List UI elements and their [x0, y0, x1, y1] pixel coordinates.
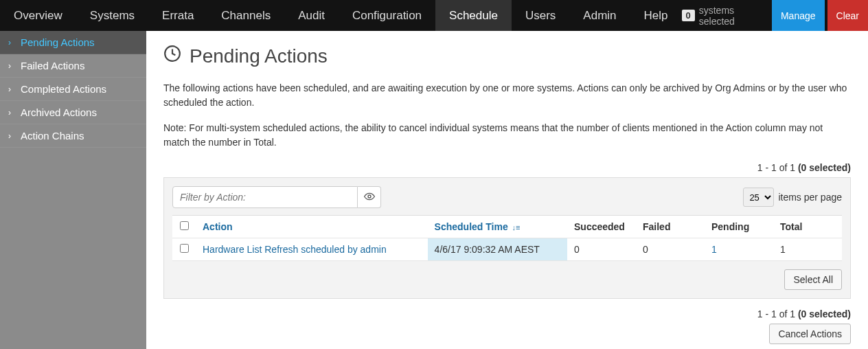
col-total: Total: [773, 216, 842, 238]
result-range: 1 - 1 of 1: [757, 162, 798, 173]
intro-paragraph-2: Note: For multi-system scheduled actions…: [163, 121, 851, 150]
nav-configuration[interactable]: Configuration: [339, 0, 435, 31]
nav-audit[interactable]: Audit: [284, 0, 339, 31]
select-all-checkbox[interactable]: [180, 221, 189, 230]
cell-failed: 0: [636, 238, 705, 261]
items-per-page-select[interactable]: 25: [743, 188, 774, 207]
sort-desc-icon: ↓≡: [512, 223, 521, 232]
result-summary-top: 1 - 1 of 1 (0 selected): [163, 162, 851, 173]
chevron-right-icon: ›: [8, 108, 15, 117]
col-scheduled-time[interactable]: Scheduled Time ↓≡: [428, 216, 567, 238]
result-selected: (0 selected): [798, 308, 851, 319]
sidebar-item-pending-actions[interactable]: › Pending Actions: [0, 31, 146, 54]
sidebar-item-label: Archived Actions: [21, 106, 97, 118]
page-title: Pending Actions: [163, 45, 851, 67]
filter-visibility-button[interactable]: [358, 186, 381, 208]
row-checkbox[interactable]: [180, 244, 189, 253]
manage-button[interactable]: Manage: [772, 0, 825, 31]
cell-total: 1: [773, 238, 842, 261]
nav-help[interactable]: Help: [630, 0, 682, 31]
chevron-right-icon: ›: [8, 131, 15, 141]
systems-selected-label: systems selected: [699, 5, 765, 27]
col-succeeded: Succeeded: [567, 216, 636, 238]
actions-table: Action Scheduled Time ↓≡ Succeeded Faile…: [172, 215, 842, 261]
chevron-right-icon: ›: [8, 61, 15, 71]
sidebar-item-failed-actions[interactable]: › Failed Actions: [0, 54, 146, 78]
pending-link[interactable]: 1: [711, 244, 717, 255]
col-action[interactable]: Action: [196, 216, 428, 238]
systems-selected-count: 0: [682, 10, 695, 21]
sidebar-item-action-chains[interactable]: › Action Chains: [0, 124, 146, 148]
table-row: Hardware List Refresh scheduled by admin…: [172, 238, 842, 261]
svg-point-1: [368, 195, 371, 198]
main-content: Pending Actions The following actions ha…: [146, 31, 868, 349]
sidebar-item-label: Action Chains: [21, 130, 84, 142]
sidebar-item-completed-actions[interactable]: › Completed Actions: [0, 78, 146, 101]
col-failed: Failed: [636, 216, 705, 238]
nav-channels[interactable]: Channels: [207, 0, 284, 31]
cell-succeeded: 0: [567, 238, 636, 261]
top-nav: Overview Systems Errata Channels Audit C…: [0, 0, 868, 31]
chevron-right-icon: ›: [8, 85, 15, 94]
action-link[interactable]: Hardware List Refresh scheduled by admin: [203, 244, 387, 255]
result-summary-bottom: 1 - 1 of 1 (0 selected): [757, 308, 851, 319]
actions-panel: 25 items per page Action Sc: [163, 177, 851, 299]
result-range: 1 - 1 of 1: [757, 308, 798, 319]
items-per-page: 25 items per page: [743, 188, 842, 207]
nav-schedule[interactable]: Schedule: [435, 0, 512, 31]
cancel-actions-button[interactable]: Cancel Actions: [769, 324, 851, 344]
page-title-text: Pending Actions: [190, 45, 328, 67]
intro-paragraph-1: The following actions have been schedule…: [163, 81, 851, 110]
nav-overview[interactable]: Overview: [0, 0, 76, 31]
sidebar: › Pending Actions › Failed Actions › Com…: [0, 31, 146, 349]
nav-admin[interactable]: Admin: [569, 0, 630, 31]
nav-errata[interactable]: Errata: [148, 0, 207, 31]
sidebar-item-archived-actions[interactable]: › Archived Actions: [0, 101, 146, 124]
eye-icon: [364, 191, 375, 204]
sidebar-item-label: Completed Actions: [21, 83, 106, 95]
filter-input[interactable]: [172, 186, 358, 208]
clock-icon: [163, 45, 181, 67]
cell-scheduled-time: 4/6/17 9:09:32 AM AEST: [428, 238, 567, 261]
sidebar-item-label: Pending Actions: [21, 36, 95, 48]
result-selected: (0 selected): [798, 162, 851, 173]
col-pending: Pending: [705, 216, 773, 238]
chevron-right-icon: ›: [8, 38, 15, 47]
clear-button[interactable]: Clear: [827, 0, 868, 31]
sidebar-item-label: Failed Actions: [21, 60, 84, 71]
nav-systems[interactable]: Systems: [76, 0, 148, 31]
systems-selected[interactable]: 0 systems selected: [682, 0, 772, 31]
items-per-page-label: items per page: [778, 192, 842, 203]
nav-users[interactable]: Users: [512, 0, 569, 31]
select-all-button[interactable]: Select All: [784, 269, 842, 290]
